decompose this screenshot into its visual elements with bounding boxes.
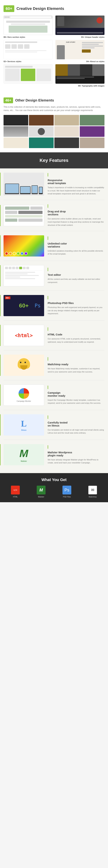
feature-html-desc: Our awesome HTML code is properly struct…: [48, 337, 105, 344]
drag-block3: [5, 211, 17, 214]
editor-line5: [5, 278, 35, 279]
service-icon2: [11, 44, 17, 49]
dot1: [5, 17, 6, 18]
dot2: [6, 17, 7, 18]
about-line2: [82, 44, 99, 45]
drag-block2: [30, 207, 42, 210]
feature-mailster-title: Mailster Wordpressplugin ready: [48, 451, 105, 457]
feature-responsive-img: [3, 173, 44, 195]
feature-colors-img: [3, 235, 44, 256]
section-46: 46+ Other Design Elements This is the co…: [0, 94, 108, 152]
feature-responsive: Responsiveemail template Today's importa…: [3, 168, 105, 200]
typo-line1: [57, 76, 94, 78]
litmus-content: L litmus: [21, 419, 27, 431]
typo-text-area: [56, 76, 105, 80]
wyg-psd-icon: Ps: [63, 486, 71, 494]
editor-btn5: [19, 267, 22, 269]
content-line2: [11, 24, 45, 25]
collage-cell-2: [29, 115, 53, 125]
hero-section-item: 08+ Hero section styles: [3, 16, 52, 38]
what-you-get-section: What You Get </> HTML M Mailster Ps PSD …: [0, 473, 108, 502]
campaign-mock: Campaign Monitor: [3, 384, 44, 406]
wyg-html-icon: </>: [11, 486, 20, 494]
tablet-screen: [32, 186, 37, 193]
col2: [21, 69, 35, 81]
service-icon3: [18, 44, 23, 49]
wyg-item-psd: Ps PSD Files: [55, 486, 79, 498]
wyg-item-mailchimp: ✉ Mailchimp: [81, 486, 105, 498]
price-cols: [5, 69, 51, 81]
swatch-yellow: [13, 252, 16, 255]
devices-mock: [3, 173, 44, 195]
feature-psd-title: Photoshop PSD files: [48, 302, 105, 305]
feature-accent-3: [48, 236, 48, 240]
wyg-item-mailster: M Mailster: [29, 486, 53, 498]
feature-html-text: HTML Code Our awesome HTML code is prope…: [48, 327, 105, 344]
chef-figure: [57, 45, 65, 59]
services-title-line: [5, 41, 37, 43]
feature-mailster-text: Mailster Wordpressplugin ready We have a…: [48, 445, 105, 464]
browser-content: [4, 19, 52, 35]
phone-screen: [39, 187, 42, 193]
typography-item: 06+ Typography with images: [56, 64, 105, 87]
campaign-donut: [19, 388, 29, 399]
editor-line1: [5, 272, 35, 273]
collage-cell-5: [3, 126, 28, 137]
wyg-mailster-icon: M: [37, 486, 45, 494]
typography-label: 06+ Typography with images: [56, 85, 105, 87]
collage-cell-10: [29, 137, 53, 148]
drag-row1: [5, 207, 42, 210]
col1: [5, 69, 20, 81]
section-46-desc: This is the collection of elements like …: [3, 105, 105, 112]
editor-btn4: [16, 267, 19, 269]
palette-swatches: [5, 252, 28, 255]
editor-line3: [5, 275, 39, 276]
line1: [5, 50, 46, 51]
swatch-green: [16, 252, 20, 255]
feature-dragdrop: Drag and dropsections Our awesome online…: [3, 200, 105, 231]
collage-row1: [3, 115, 105, 125]
campaign-text: Campaign Monitor: [16, 400, 31, 402]
section-46-title: Other Design Elements: [15, 98, 54, 102]
accent-line-5: [0, 295, 1, 316]
palette-bg: [3, 235, 44, 256]
mailster-content: M Mailster: [20, 447, 28, 462]
desktop-screen: [5, 184, 19, 193]
feature-accent-1: [48, 173, 48, 177]
browser-bar: [4, 16, 52, 19]
price-mock: [3, 64, 52, 84]
feature-html-img: <html>: [3, 325, 44, 346]
feature-accent-10: [48, 445, 48, 449]
feature-accent-2: [48, 204, 48, 208]
editor-btn7: [26, 267, 29, 269]
wyg-psd-label: PSD Files: [63, 496, 71, 498]
feature-html: <html> HTML Code Our awesome HTML code i…: [3, 320, 105, 350]
accent-line-4: [0, 265, 1, 286]
strip3: [80, 64, 92, 76]
mailster-label: Mailster: [21, 460, 27, 462]
editor-btn6: [23, 267, 26, 269]
drag-block4: [19, 211, 42, 214]
header-bottom-bar: [57, 32, 103, 34]
feature-psd-text: Photoshop PSD files Photoshop files are …: [48, 296, 105, 315]
text-editor-mock: [3, 265, 44, 286]
typography-empty: [3, 64, 52, 87]
collage-cell-4: [80, 115, 105, 125]
header-circle: [97, 17, 103, 24]
color-palette-mock: [3, 235, 44, 256]
feature-dragdrop-text: Drag and dropsections Our awesome online…: [48, 204, 105, 227]
feature-campaign: Campaign Monitor Campaignmonitor ready I…: [3, 380, 105, 410]
strip1: [56, 64, 68, 76]
services-text-lines: [5, 50, 51, 53]
accent-line-10: [0, 444, 1, 465]
html-tag: <html>: [15, 333, 33, 338]
feature-responsive-desc: Today's importance of mobile is increasi…: [48, 186, 105, 195]
feature-html-title: HTML Code: [48, 333, 105, 336]
drag-row3: [5, 215, 42, 217]
badge-60: 60+: [3, 5, 14, 12]
content-img: [9, 26, 48, 33]
wyg-html-label: HTML: [13, 496, 17, 498]
feature-accent-4: [48, 268, 48, 271]
drag-block5: [5, 215, 42, 217]
about-line4: [82, 47, 95, 49]
